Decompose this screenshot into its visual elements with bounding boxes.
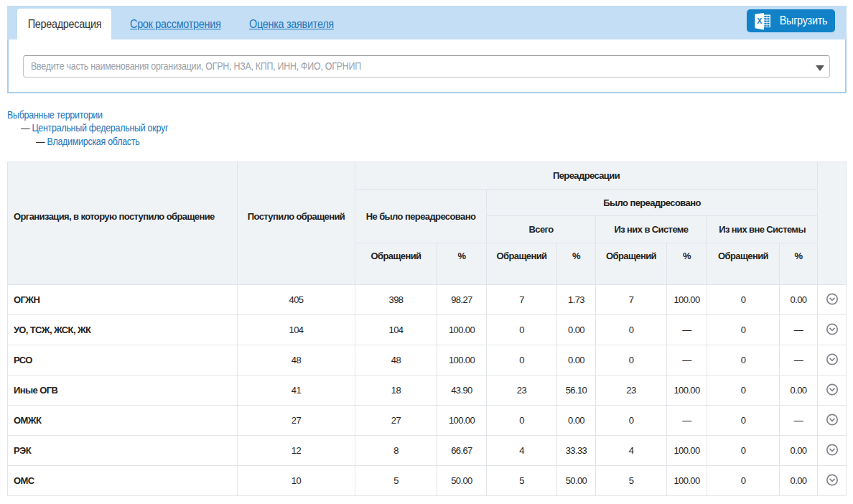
svg-text:X: X [757,17,763,25]
